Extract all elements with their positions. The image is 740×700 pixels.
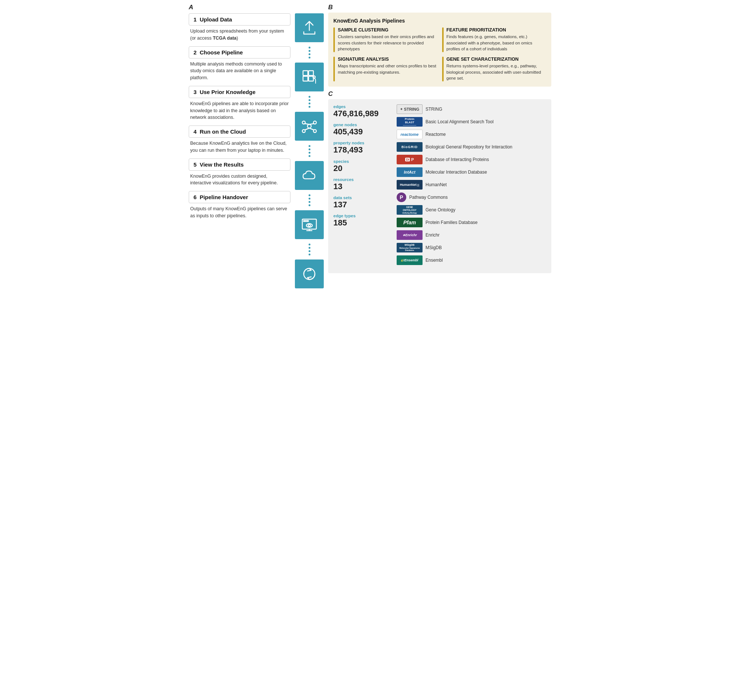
humannet-name: HumanNet xyxy=(426,182,446,187)
dot xyxy=(308,47,310,49)
svg-rect-2 xyxy=(303,76,308,81)
pfam-name: Protein Families Database xyxy=(426,220,478,225)
dot xyxy=(308,244,310,246)
step-5: 5 View the Results KnowEnG provides cust… xyxy=(189,159,291,191)
pathway-name: Pathway Commons xyxy=(409,195,448,200)
pipeline-signature-analysis: SIGNATURE ANALYSIS Maps transcriptomic a… xyxy=(333,57,438,81)
step-4-desc: Because KnowEnG analytics live on the Cl… xyxy=(189,140,291,159)
step-2-desc: Multiple analysis methods commonly used … xyxy=(189,61,291,86)
svg-rect-1 xyxy=(308,71,313,75)
resource-humannet: HumanNet ||| HumanNet xyxy=(396,180,546,190)
ensembl-logo: e!Ensembl xyxy=(396,256,423,265)
cloud-icon xyxy=(300,166,319,185)
cloud-icon-block xyxy=(295,161,324,190)
dot xyxy=(308,149,310,150)
svg-line-13 xyxy=(309,128,314,130)
stat-edges-label: edges xyxy=(333,104,391,109)
svg-line-11 xyxy=(309,124,314,124)
section-b-title: KnowEnG Analysis Pipelines xyxy=(333,18,546,24)
resource-reactome: reactome Reactome xyxy=(396,129,546,139)
intact-logo: IntAct xyxy=(396,167,423,177)
dot xyxy=(308,106,310,108)
svg-point-17 xyxy=(304,221,305,222)
dot xyxy=(308,145,310,147)
pipeline-icon-block xyxy=(295,63,324,91)
resource-biogrid: BioGRID Biological General Repository fo… xyxy=(396,142,546,152)
stat-property-nodes-value: 178,493 xyxy=(333,146,391,154)
step-1: 1 Upload Data Upload omics spreadsheets … xyxy=(189,13,291,46)
pipeline-bar xyxy=(333,27,335,52)
network-icon xyxy=(300,117,319,135)
step-3: 3 Use Prior Knowledge KnowEnG pipelines … xyxy=(189,86,291,125)
enrichr-logo: ✦Enrichr xyxy=(396,230,423,240)
stat-gene-nodes-value: 405,439 xyxy=(333,127,391,136)
upload-icon xyxy=(300,19,319,37)
dot xyxy=(308,155,310,157)
upload-icon-block xyxy=(295,13,324,42)
resource-msigdb: MSigDBMolecular Signatures Database MSig… xyxy=(396,243,546,253)
dot xyxy=(308,194,310,196)
resource-pathway-commons: P Pathway Commons xyxy=(396,193,546,202)
stat-species-value: 20 xyxy=(333,164,391,173)
dot xyxy=(308,103,310,104)
section-b: KnowEnG Analysis Pipelines SAMPLE CLUSTE… xyxy=(328,13,551,87)
pipeline-4-name: GENE SET CHARACTERIZATION xyxy=(446,57,546,62)
blast-name: Basic Local Alignment Search Tool xyxy=(426,119,493,124)
resource-enrichr: ✦Enrichr Enrichr xyxy=(396,230,546,240)
pipeline-2-desc: Finds features (e.g. genes, mutations, e… xyxy=(446,34,546,52)
pipeline-gene-set: GENE SET CHARACTERIZATION Returns system… xyxy=(442,57,546,81)
pipeline-bar xyxy=(442,57,443,81)
pipeline-3-name: SIGNATURE ANALYSIS xyxy=(338,57,438,62)
stat-edges-value: 476,816,989 xyxy=(333,109,391,118)
stat-edge-types: edge types 185 xyxy=(333,213,391,227)
pfam-logo: Pfam xyxy=(396,218,423,227)
reactome-name: Reactome xyxy=(426,132,446,137)
resource-ensembl: e!Ensembl Ensembl xyxy=(396,256,546,265)
stat-species-label: species xyxy=(333,159,391,163)
stat-edges: edges 476,816,989 xyxy=(333,104,391,118)
stat-edge-types-value: 185 xyxy=(333,218,391,227)
step-5-desc: KnowEnG provides custom designed, intera… xyxy=(189,173,291,191)
handover-icon-block xyxy=(295,259,324,288)
pipeline-3-desc: Maps transcriptomic and other omics prof… xyxy=(338,63,438,75)
stat-gene-nodes-label: gene nodes xyxy=(333,122,391,127)
step-4-title: 4 Run on the Cloud xyxy=(194,128,286,135)
dot xyxy=(308,53,310,55)
biogrid-logo: BioGRID xyxy=(396,142,423,152)
section-a-label: A xyxy=(189,4,291,11)
biogrid-name: Biological General Repository for Intera… xyxy=(426,144,512,150)
pipeline-sample-clustering: SAMPLE CLUSTERING Clusters samples based… xyxy=(333,27,438,52)
resource-blast: ProteinBLAST—————— Basic Local Alignment… xyxy=(396,117,546,126)
dot xyxy=(308,201,310,203)
dot xyxy=(308,152,310,154)
dot xyxy=(308,57,310,59)
section-b-label: B xyxy=(328,4,551,11)
svg-line-12 xyxy=(305,128,309,130)
pathway-logo: P xyxy=(396,193,406,202)
pipeline-1-desc: Clusters samples based on their omics pr… xyxy=(338,34,438,52)
svg-point-18 xyxy=(305,221,307,222)
stat-resources-value: 13 xyxy=(333,182,391,191)
dot xyxy=(308,204,310,206)
stat-property-nodes-label: property nodes xyxy=(333,141,391,145)
stat-datasets: data sets 137 xyxy=(333,196,391,209)
svg-point-19 xyxy=(307,221,308,222)
step-4: 4 Run on the Cloud Because KnowEnG analy… xyxy=(189,125,291,159)
step-3-title: 3 Use Prior Knowledge xyxy=(194,89,286,95)
pipeline-bar xyxy=(442,27,443,52)
dip-name: Database of Interacting Proteins xyxy=(426,157,489,162)
step-5-title: 5 View the Results xyxy=(194,162,286,168)
dip-logo: DIP xyxy=(396,155,423,164)
dot xyxy=(308,254,310,256)
dot xyxy=(308,99,310,101)
stat-resources-label: resources xyxy=(333,177,391,182)
stat-property-nodes: property nodes 178,493 xyxy=(333,141,391,154)
stat-datasets-value: 137 xyxy=(333,200,391,209)
step-6: 6 Pipeline Handover Outputs of many Know… xyxy=(189,191,291,224)
dot xyxy=(308,96,310,98)
humannet-logo: HumanNet ||| xyxy=(396,180,423,190)
section-c-label: C xyxy=(328,90,551,98)
msigdb-name: MSigDB xyxy=(426,245,442,250)
stat-datasets-label: data sets xyxy=(333,196,391,200)
intact-name: Molecular Interaction Database xyxy=(426,169,487,175)
